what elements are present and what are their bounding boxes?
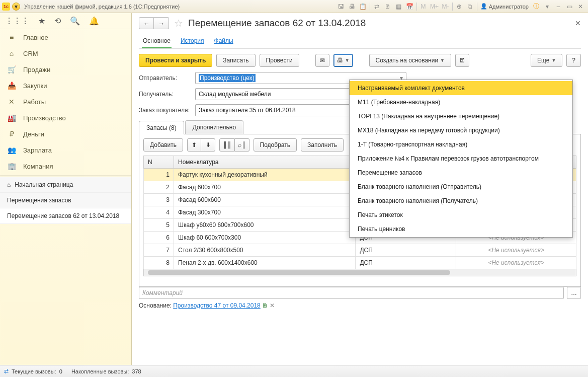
navigation-sidebar: ⋮⋮⋮ ★ ⟲ 🔍 🔔 ≡Главное⌂CRM🛒Продажи📥Закупки…: [0, 13, 132, 365]
m-icon[interactable]: M: [418, 2, 429, 12]
sidebar-item-6[interactable]: ₽Деньги: [0, 126, 131, 142]
horizontal-scrollbar[interactable]: [143, 269, 576, 276]
sidebar-lower-item-2[interactable]: Перемещение запасов 62 от 13.04.2018: [0, 208, 131, 224]
sidebar-item-8[interactable]: 🏢Компания: [0, 158, 131, 174]
history-icon[interactable]: ⟲: [54, 16, 61, 26]
move-down-button[interactable]: ⬇: [201, 138, 215, 152]
m-plus-icon[interactable]: M+: [430, 2, 440, 12]
basis-link[interactable]: Производство 47 от 09.04.2018: [173, 302, 261, 309]
dropdown-icon[interactable]: ▾: [542, 2, 552, 12]
window-icon[interactable]: ⧉: [465, 2, 475, 12]
apps-icon[interactable]: ⋮⋮⋮: [5, 16, 29, 26]
table-row[interactable]: 8Пенал 2-х дв. 600x1400x600ДСП<Не исполь…: [144, 257, 576, 269]
post-and-close-button[interactable]: Провести и закрыть: [139, 54, 212, 67]
bell-icon[interactable]: 🔔: [89, 16, 99, 26]
add-row-button[interactable]: Добавить: [143, 138, 183, 152]
print-icon[interactable]: 🖶: [347, 2, 357, 12]
scan-button[interactable]: ⌕║: [235, 138, 249, 152]
print-menu-item-5[interactable]: Приложение №4 к Правилам перевозок грузо…: [350, 152, 572, 166]
grid-header-0[interactable]: N: [144, 156, 174, 169]
barcode-button[interactable]: ║║: [219, 138, 235, 152]
app-menu-dropdown-icon[interactable]: ▾: [12, 3, 20, 11]
cell-n: 3: [144, 194, 174, 206]
sidebar-item-2[interactable]: 🛒Продажи: [0, 61, 131, 78]
pick-button[interactable]: Подобрать: [254, 138, 297, 152]
user-label: Администратор: [489, 4, 529, 10]
order-label: Заказ покупателя:: [139, 107, 195, 114]
print-menu-item-2[interactable]: ТОРГ13 (Накладная на внутреннее перемеще…: [350, 109, 572, 123]
print-menu-item-0[interactable]: Настраиваемый комплект документов: [350, 81, 572, 95]
compare-icon[interactable]: ⇄: [372, 2, 382, 12]
more-button[interactable]: Еще▼: [531, 54, 562, 67]
maximize-icon[interactable]: ▭: [564, 2, 574, 12]
create-based-label: Создать на основании: [376, 57, 439, 64]
sidebar-item-0[interactable]: ≡Главное: [0, 29, 131, 45]
detail-tab-1[interactable]: Дополнительно: [185, 120, 243, 134]
accum-calls-label: Накопленные вызовы:: [71, 368, 129, 374]
help-button[interactable]: ?: [566, 54, 581, 67]
create-based-button[interactable]: Создать на основании▼: [369, 54, 451, 67]
minimize-icon[interactable]: –: [553, 2, 563, 12]
print-menu-item-6[interactable]: Перемещение запасов: [350, 166, 572, 180]
print-menu-button[interactable]: 🖶▼: [333, 54, 353, 67]
cell-char: ДСП: [356, 244, 456, 257]
basis-clear-icon[interactable]: ✕: [270, 302, 275, 309]
sidebar-item-1[interactable]: ⌂CRM: [0, 45, 131, 61]
table-row[interactable]: 7Стол 2/30 600x800x500ДСП<Не используетс…: [144, 244, 576, 257]
zoom-icon[interactable]: ⊕: [454, 2, 464, 12]
sidebar-lower-item-1[interactable]: Перемещения запасов: [0, 193, 131, 208]
print-menu-item-9[interactable]: Печать этикеток: [350, 208, 572, 222]
m-minus-icon[interactable]: M-: [441, 2, 451, 12]
doc-tab-2[interactable]: Файлы: [213, 34, 234, 48]
cell-n: 6: [144, 232, 174, 244]
comment-placeholder: Комментарий: [142, 289, 183, 296]
comment-input[interactable]: Комментарий: [139, 287, 564, 299]
print-menu-item-3[interactable]: МХ18 (Накладная на передачу готовой прод…: [350, 123, 572, 137]
sidebar-item-5[interactable]: 🏭Производство: [0, 110, 131, 126]
basis-open-icon[interactable]: 🗎: [262, 302, 268, 309]
print-menu-item-8[interactable]: Бланк товарного наполнения (Получатель): [350, 194, 572, 208]
close-window-icon[interactable]: ✕: [575, 2, 585, 12]
cell-n: 4: [144, 206, 174, 219]
close-document-icon[interactable]: ✕: [575, 19, 581, 27]
doc-tab-1[interactable]: История: [180, 34, 205, 48]
more-label: Еще: [537, 57, 549, 64]
nav-back-button[interactable]: ←: [139, 17, 154, 29]
window-title: Управление нашей фирмой, редакция 1.6 (1…: [24, 4, 180, 10]
sidebar-item-3[interactable]: 📥Закупки: [0, 78, 131, 94]
save-icon[interactable]: 🖫: [336, 2, 346, 12]
move-up-button[interactable]: ⬆: [187, 138, 201, 152]
attach-button[interactable]: 🖺: [455, 54, 469, 67]
sidebar-item-7[interactable]: 👥Зарплата: [0, 142, 131, 158]
clipboard-icon[interactable]: 📋: [358, 2, 368, 12]
cell-name: Пенал 2-х дв. 600x1400x600: [174, 257, 356, 269]
print-menu-item-4[interactable]: 1-Т (Товарно-транспортная накладная): [350, 137, 572, 152]
grid-header-1[interactable]: Номенклатура: [174, 156, 356, 169]
detail-tab-0[interactable]: Запасы (8): [139, 121, 184, 134]
favorite-star-icon[interactable]: ☆: [174, 17, 183, 29]
sidebar-item-label: Зарплата: [23, 146, 52, 154]
cell-n: 5: [144, 219, 174, 232]
print-menu-item-1[interactable]: М11 (Требование-накладная): [350, 95, 572, 109]
write-button[interactable]: Записать: [216, 54, 255, 67]
nav-forward-button[interactable]: →: [154, 17, 169, 29]
doc-tab-0[interactable]: Основное: [142, 34, 172, 48]
info-icon[interactable]: ⓘ: [531, 2, 541, 12]
fill-button[interactable]: Заполнить: [301, 138, 344, 152]
search-icon[interactable]: 🔍: [70, 16, 80, 26]
sidebar-item-label: Главное: [23, 34, 48, 41]
current-user[interactable]: 👤 Администратор: [478, 3, 531, 10]
comment-expand-button[interactable]: …: [567, 287, 581, 299]
status-bar: ⇄ Текущие вызовы: 0 Накопленные вызовы: …: [0, 365, 588, 377]
sidebar-item-4[interactable]: ✕Работы: [0, 94, 131, 110]
calendar-icon[interactable]: 📅: [405, 2, 415, 12]
doc-icon[interactable]: 🗎: [383, 2, 393, 12]
print-menu-item-7[interactable]: Бланк товарного наполнения (Отправитель): [350, 180, 572, 194]
favorite-icon[interactable]: ★: [38, 16, 45, 26]
grid-icon[interactable]: ▦: [394, 2, 404, 12]
print-menu-item-10[interactable]: Печать ценников: [350, 222, 572, 236]
cell-name: Фасад 600x700: [174, 181, 356, 194]
sidebar-lower-item-0[interactable]: ⌂Начальная страница: [0, 177, 131, 193]
mail-button[interactable]: ✉: [315, 54, 329, 67]
post-button[interactable]: Провести: [260, 54, 299, 67]
